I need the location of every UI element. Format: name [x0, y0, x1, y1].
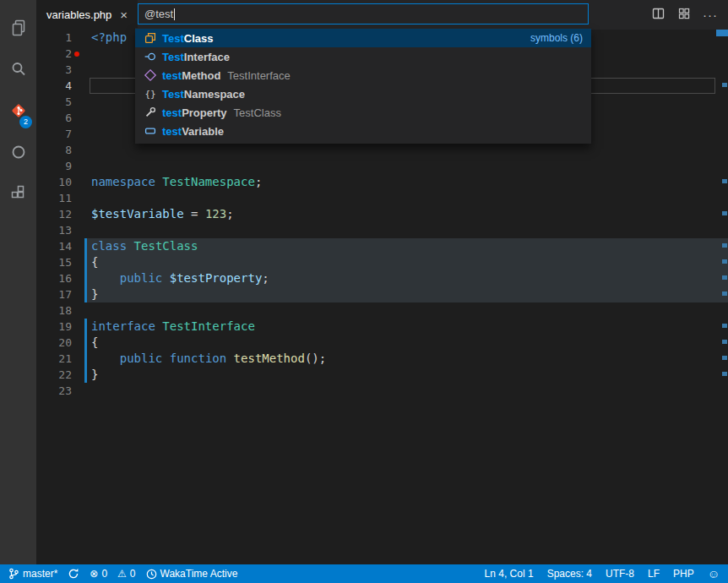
line-text: public function testMethod();: [72, 351, 326, 367]
symbol-method-icon: [144, 68, 157, 82]
symbol-label: TestInterface: [162, 51, 230, 63]
overview-mark: [722, 372, 727, 376]
status-errors[interactable]: ⊗0: [90, 564, 107, 583]
code-line-23[interactable]: 23: [36, 383, 728, 399]
activitybar-source-control[interactable]: 2: [0, 91, 36, 133]
activitybar-extensions[interactable]: [0, 174, 36, 215]
status-git-branch[interactable]: master*: [8, 564, 57, 583]
status-label: LF: [648, 568, 660, 580]
symbol-class-icon: [144, 31, 157, 45]
code-line-16[interactable]: 16 public $testProperty;: [36, 270, 728, 286]
code-line-17[interactable]: 17}: [36, 286, 728, 302]
code-line-9[interactable]: 9: [36, 158, 728, 174]
tab-variables-php[interactable]: variables.php ×: [36, 0, 138, 30]
quickopen-input[interactable]: @test: [138, 3, 589, 25]
debug-icon: [8, 142, 29, 166]
symbol-label: testProperty: [162, 106, 227, 119]
status-language-mode[interactable]: PHP: [673, 564, 694, 583]
line-number: 22: [36, 367, 72, 383]
line-text: [72, 126, 91, 142]
line-number: 10: [36, 174, 72, 190]
more-actions-icon[interactable]: ···: [703, 8, 718, 22]
line-text: [72, 222, 91, 238]
line-text: $testVariable = 123;: [72, 206, 234, 222]
status-left: master*⊗0⚠0WakaTime Active: [8, 564, 237, 583]
overview-ruler[interactable]: [716, 30, 728, 564]
status-wakatime[interactable]: WakaTime Active: [146, 564, 238, 583]
symbol-property-icon: [144, 106, 157, 119]
line-number: 13: [36, 222, 72, 238]
editor-actions: ···: [650, 0, 728, 30]
code-line-19[interactable]: 19interface TestInterface: [36, 319, 728, 335]
activitybar-search[interactable]: [0, 50, 36, 91]
branch-icon: [8, 568, 19, 580]
code-line-13[interactable]: 13: [36, 222, 728, 238]
status-indentation[interactable]: Spaces: 4: [547, 564, 592, 583]
code-line-21[interactable]: 21 public function testMethod();: [36, 351, 728, 367]
line-number: 11: [36, 190, 72, 206]
line-number: 4: [36, 78, 72, 94]
line-number: 15: [36, 254, 72, 270]
code-line-22[interactable]: 22}: [36, 367, 728, 383]
code-line-10[interactable]: 10namespace TestNamespace;: [36, 174, 728, 190]
code-line-14[interactable]: 14class TestClass: [36, 238, 728, 254]
line-number: 14: [36, 238, 72, 254]
line-number: 2: [36, 46, 72, 62]
symbol-description: TestClass: [234, 106, 281, 119]
activitybar-debug[interactable]: [0, 133, 36, 174]
error-marker: [74, 52, 79, 57]
status-eol[interactable]: LF: [648, 564, 660, 583]
quickopen-item-testvariable[interactable]: testVariable: [135, 122, 591, 140]
line-text: class TestClass: [72, 238, 198, 254]
editor-layout-icon[interactable]: [676, 6, 692, 25]
line-number: 19: [36, 319, 72, 335]
line-text: [72, 142, 91, 158]
vscode-window: 2 variables.php ×: [0, 0, 728, 583]
quickopen-item-testinterface[interactable]: TestInterface: [135, 47, 591, 66]
code-line-15[interactable]: 15{: [36, 254, 728, 270]
overview-mark: [722, 340, 727, 344]
clock-icon: [146, 569, 157, 580]
status-label: 0: [130, 568, 136, 580]
line-text: [72, 383, 91, 399]
symbol-label: testVariable: [162, 125, 224, 138]
code-line-18[interactable]: 18: [36, 302, 728, 319]
line-number: 18: [36, 302, 72, 319]
line-number: 7: [36, 126, 72, 142]
scm-badge: 2: [19, 116, 32, 128]
search-icon: [8, 59, 29, 83]
status-feedback[interactable]: ☺: [708, 564, 720, 583]
symbol-interface-icon: [144, 50, 157, 63]
status-sync[interactable]: [68, 564, 79, 583]
code-line-20[interactable]: 20{: [36, 335, 728, 351]
symbol-description: TestInterface: [227, 69, 290, 82]
line-text: public $testProperty;: [72, 270, 269, 286]
line-number: 1: [36, 30, 72, 46]
line-text: <?php: [72, 30, 127, 46]
quickopen-item-testclass[interactable]: TestClasssymbols (6): [135, 29, 591, 47]
status-encoding[interactable]: UTF-8: [606, 564, 634, 583]
quickopen-group-label: symbols (6): [530, 32, 583, 44]
status-cursor-position[interactable]: Ln 4, Col 1: [485, 564, 534, 583]
line-number: 8: [36, 142, 72, 158]
line-text: [72, 158, 91, 174]
code-line-8[interactable]: 8: [36, 142, 728, 158]
extensions-icon: [8, 183, 29, 207]
tab-label: variables.php: [46, 8, 111, 21]
quickopen-item-testmethod[interactable]: testMethodTestInterface: [135, 66, 591, 84]
quickopen-item-testnamespace[interactable]: {}TestNamespace: [135, 84, 591, 103]
status-label: PHP: [673, 568, 694, 580]
quickopen-item-testproperty[interactable]: testPropertyTestClass: [135, 103, 591, 122]
overview-mark: [722, 259, 727, 264]
status-warnings[interactable]: ⚠0: [117, 564, 135, 583]
line-text: interface TestInterface: [72, 319, 255, 335]
activitybar-explorer[interactable]: [0, 8, 36, 50]
code-line-11[interactable]: 11: [36, 190, 728, 206]
overview-mark: [722, 356, 727, 360]
line-text: namespace TestNamespace;: [72, 174, 262, 190]
text-caret: [174, 8, 175, 20]
code-line-12[interactable]: 12$testVariable = 123;: [36, 206, 728, 222]
git-modified-indicator: [84, 238, 87, 302]
tab-close-icon[interactable]: ×: [120, 8, 128, 21]
split-editor-icon[interactable]: [650, 6, 666, 25]
